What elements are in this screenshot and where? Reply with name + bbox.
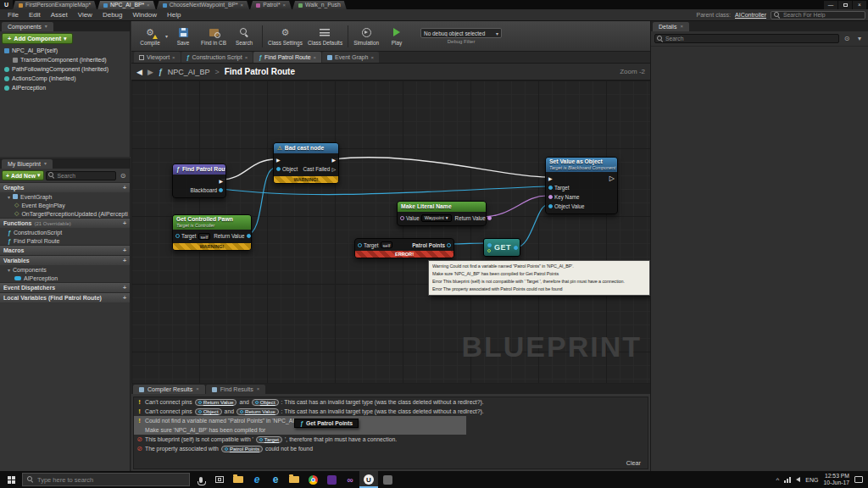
start-button[interactable] [0,471,22,488]
menu-debug[interactable]: Debug [97,9,128,21]
close-tab-icon[interactable]: × [241,1,244,9]
compiler-message-1[interactable]: ! Can't connect pins Return Value and Ob… [134,397,648,407]
find-results-tab[interactable]: Find Results× [206,385,265,394]
node-find-patrol-route[interactable]: ƒ Find Patrol Route ▶ Blackboard [172,164,226,198]
component-item-pathfollowing[interactable]: PathFollowingComponent (Inherited) [0,64,130,74]
value-pin[interactable] [400,216,404,220]
class-settings-button[interactable]: ⚙ Class Settings [265,22,305,51]
node-array-get[interactable]: GET [483,238,520,257]
node-set-value-as-object[interactable]: Set Value as Object Target is Blackboard… [545,157,618,214]
add-local-variable-icon[interactable]: + [123,295,126,301]
my-blueprint-tab[interactable]: My Blueprint▾ [2,159,53,169]
taskbar-icon-edge[interactable]: e [248,471,266,488]
taskbar-search-box[interactable] [22,473,190,486]
target-value-chip[interactable]: self [381,241,393,248]
close-tab-icon[interactable]: × [147,1,150,9]
close-tab-icon[interactable]: × [172,55,175,60]
details-search-input[interactable] [665,36,837,42]
event-beginplay-item[interactable]: ◇Event BeginPlay [0,201,130,209]
pin-link-object[interactable]: Object [252,399,279,406]
tab-viewport[interactable]: Viewport× [134,52,181,63]
add-macro-icon[interactable]: + [123,247,126,253]
variable-aiperception[interactable]: AIPerception [0,274,130,282]
add-dispatcher-icon[interactable]: + [123,285,126,291]
target-pin[interactable] [175,234,180,238]
output-pin[interactable] [447,243,451,247]
menu-help[interactable]: Help [162,9,186,21]
clear-button[interactable]: Clear [626,459,641,467]
expander-icon[interactable]: ▾ [8,267,10,273]
macros-section-header[interactable]: Macros+ [0,245,130,255]
close-tab-icon[interactable]: × [370,55,374,60]
find-patrol-route-item[interactable]: ƒFind Patrol Route [0,236,130,245]
compiler-message-6[interactable]: ⊘ The property associated with Patrol Po… [134,444,648,453]
menu-asset[interactable]: Asset [46,9,73,21]
compile-button[interactable]: ⚙ Compile [135,22,165,51]
local-variables-section-header[interactable]: Local Variables (Find Patrol Route)+ [0,292,130,302]
component-item-aiperception[interactable]: AIPerception [0,83,130,92]
value-input-field[interactable]: Waypoint▾ [421,214,452,222]
asset-tab-patrol[interactable]: Patrol* × [250,1,292,9]
taskbar-icon-ie[interactable]: e [266,471,285,488]
functions-section-header[interactable]: Functions(21 Overridable)+ [0,218,130,228]
eventgraph-item[interactable]: ▾EventGraph [0,192,130,201]
property-visibility-icon[interactable]: ⊙ [842,35,852,42]
add-new-button[interactable]: + Add New ▾ [2,170,44,180]
node-get-patrol-points[interactable]: Target self Patrol Points ERROR! [354,238,454,258]
blackboard-pin[interactable] [219,188,223,192]
exec-out-pin[interactable]: ▶ [331,158,336,163]
pin-link-target[interactable]: Target [256,436,282,443]
get-patrol-points-chip[interactable]: ƒ Get Patrol Points [294,419,359,428]
taskbar-icon-chrome[interactable] [303,471,322,488]
component-item-self[interactable]: NPC_AI_BP(self) [0,46,130,55]
close-tab-icon[interactable]: × [283,1,287,9]
close-tab-icon[interactable]: × [257,385,260,394]
help-search-input[interactable] [783,12,862,18]
class-defaults-button[interactable]: Class Defaults [305,22,345,51]
cortana-mic-button[interactable] [192,471,210,488]
menu-edit[interactable]: Edit [24,9,46,21]
event-dispatchers-section-header[interactable]: Event Dispatchers+ [0,282,130,292]
object-wire[interactable] [221,186,547,195]
exec-out-pin[interactable]: ▶ [219,179,223,184]
component-item-actionscomp[interactable]: ActionsComp (Inherited) [0,74,130,83]
taskbar-clock[interactable]: 12:53 PM 10-Jun-17 [823,473,849,486]
variables-category-components[interactable]: ▾Components [0,265,130,274]
visibility-filter-icon[interactable]: ⊙ [118,172,128,180]
node-make-literal-name[interactable]: Make Literal Name Value Waypoint▾ Return… [397,201,487,226]
my-blueprint-search-box[interactable] [46,171,116,180]
volume-icon[interactable] [796,477,800,482]
exec-out-pin[interactable]: ▷ [609,175,615,182]
taskbar-icon-explorer[interactable] [229,471,248,488]
simulation-button[interactable]: Simulation [351,22,381,51]
exec-in-pin[interactable]: ▶ [548,176,553,181]
target-value-chip[interactable]: self [198,233,211,240]
object-wire[interactable] [516,205,547,247]
variables-section-header[interactable]: Variables+ [0,255,130,265]
object-pin[interactable] [276,167,281,171]
blueprint-graph-canvas[interactable]: BLUEPRINT ƒ Find Patrol Route ▶ Blackboa… [131,80,650,383]
maximize-button[interactable] [838,1,852,9]
event-perception-item[interactable]: ◇OnTargetPerceptionUpdated (AIPercepti [0,209,130,218]
my-blueprint-search-input[interactable] [57,173,114,179]
network-icon[interactable] [784,477,791,483]
find-in-cb-button[interactable]: Find in CB [198,22,229,51]
tab-event-graph[interactable]: Event Graph× [322,52,379,63]
help-search-box[interactable] [771,11,865,19]
element-pin[interactable] [514,246,518,250]
add-graph-icon[interactable]: + [123,185,126,191]
show-hidden-icons-button[interactable]: ^ [776,476,779,484]
add-variable-icon[interactable]: + [123,258,126,263]
parent-class-link[interactable]: AIController [735,12,766,18]
index-pin[interactable] [487,249,491,252]
taskbar-icon-unreal[interactable]: U [359,471,378,488]
task-view-button[interactable] [210,471,229,488]
pin-link-return-value[interactable]: Return Value [195,399,237,406]
search-button[interactable]: Search [229,22,259,51]
graphs-section-header[interactable]: Graphs+ [0,182,130,192]
object-wire[interactable] [449,243,487,244]
minimize-button[interactable]: — [824,1,837,9]
taskbar-icon-purple-app[interactable] [322,471,341,488]
details-tab[interactable]: Details× [653,22,689,31]
array-pin[interactable] [487,243,492,247]
